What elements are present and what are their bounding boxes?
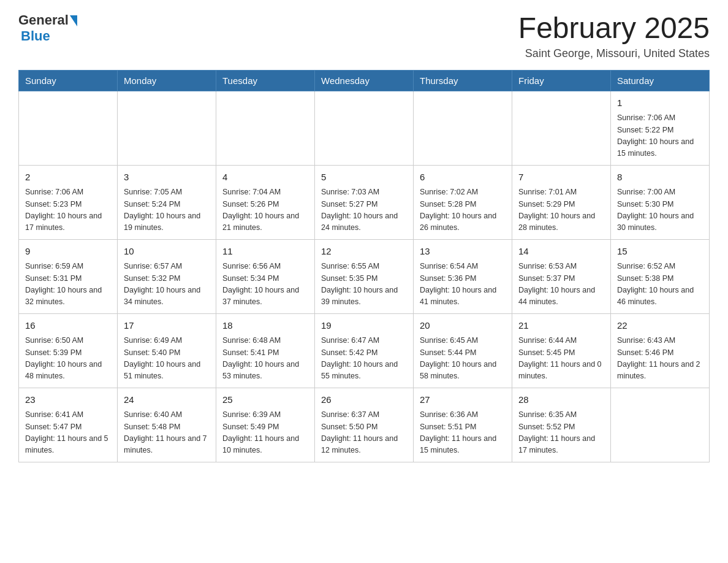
day-info: Sunrise: 7:04 AM Sunset: 5:26 PM Dayligh…: [222, 186, 308, 234]
calendar-cell: 11Sunrise: 6:56 AM Sunset: 5:34 PM Dayli…: [216, 239, 315, 313]
day-info: Sunrise: 7:06 AM Sunset: 5:23 PM Dayligh…: [25, 186, 111, 234]
calendar-cell: 10Sunrise: 6:57 AM Sunset: 5:32 PM Dayli…: [118, 239, 216, 313]
calendar-cell: 12Sunrise: 6:55 AM Sunset: 5:35 PM Dayli…: [315, 239, 414, 313]
day-info: Sunrise: 7:03 AM Sunset: 5:27 PM Dayligh…: [321, 186, 407, 234]
calendar-cell: 18Sunrise: 6:48 AM Sunset: 5:41 PM Dayli…: [216, 313, 315, 388]
calendar-cell: 19Sunrise: 6:47 AM Sunset: 5:42 PM Dayli…: [315, 313, 414, 388]
calendar-cell: [216, 91, 315, 165]
logo-triangle-icon: [70, 15, 77, 26]
day-info: Sunrise: 7:00 AM Sunset: 5:30 PM Dayligh…: [617, 186, 703, 234]
calendar-cell: 15Sunrise: 6:52 AM Sunset: 5:38 PM Dayli…: [611, 239, 710, 313]
day-info: Sunrise: 6:45 AM Sunset: 5:44 PM Dayligh…: [420, 335, 506, 383]
weekday-header-wednesday: Wednesday: [315, 70, 414, 91]
calendar-cell: 28Sunrise: 6:35 AM Sunset: 5:52 PM Dayli…: [512, 388, 611, 462]
calendar-cell: 6Sunrise: 7:02 AM Sunset: 5:28 PM Daylig…: [414, 165, 512, 239]
day-info: Sunrise: 6:52 AM Sunset: 5:38 PM Dayligh…: [617, 261, 703, 308]
weekday-header-monday: Monday: [118, 70, 216, 91]
calendar-cell: 24Sunrise: 6:40 AM Sunset: 5:48 PM Dayli…: [118, 388, 216, 462]
weekday-header-tuesday: Tuesday: [216, 70, 315, 91]
calendar-cell: 14Sunrise: 6:53 AM Sunset: 5:37 PM Dayli…: [512, 239, 611, 313]
calendar-cell: 17Sunrise: 6:49 AM Sunset: 5:40 PM Dayli…: [118, 313, 216, 388]
calendar-cell: 23Sunrise: 6:41 AM Sunset: 5:47 PM Dayli…: [19, 388, 118, 462]
day-number: 21: [518, 319, 604, 333]
calendar-cell: 27Sunrise: 6:36 AM Sunset: 5:51 PM Dayli…: [414, 388, 512, 462]
calendar-table: SundayMondayTuesdayWednesdayThursdayFrid…: [18, 70, 710, 462]
day-info: Sunrise: 6:49 AM Sunset: 5:40 PM Dayligh…: [124, 335, 210, 383]
day-info: Sunrise: 6:56 AM Sunset: 5:34 PM Dayligh…: [222, 261, 308, 308]
day-number: 5: [321, 170, 407, 185]
day-number: 4: [222, 170, 308, 185]
day-number: 13: [420, 245, 506, 259]
day-info: Sunrise: 6:43 AM Sunset: 5:46 PM Dayligh…: [617, 335, 703, 383]
weekday-header-saturday: Saturday: [611, 70, 710, 91]
day-info: Sunrise: 7:01 AM Sunset: 5:29 PM Dayligh…: [518, 186, 604, 234]
day-info: Sunrise: 7:06 AM Sunset: 5:22 PM Dayligh…: [617, 112, 703, 160]
day-info: Sunrise: 6:50 AM Sunset: 5:39 PM Dayligh…: [25, 335, 111, 383]
logo: General Blue: [18, 12, 77, 44]
day-number: 17: [124, 319, 210, 333]
day-number: 25: [222, 393, 308, 407]
day-info: Sunrise: 6:54 AM Sunset: 5:36 PM Dayligh…: [420, 261, 506, 308]
calendar-cell: 7Sunrise: 7:01 AM Sunset: 5:29 PM Daylig…: [512, 165, 611, 239]
day-number: 3: [124, 170, 210, 185]
week-row-1: 2Sunrise: 7:06 AM Sunset: 5:23 PM Daylig…: [19, 165, 710, 239]
weekday-header-friday: Friday: [512, 70, 611, 91]
calendar-cell: 4Sunrise: 7:04 AM Sunset: 5:26 PM Daylig…: [216, 165, 315, 239]
day-number: 8: [617, 170, 703, 185]
title-area: February 2025 Saint George, Missouri, Un…: [518, 12, 710, 60]
day-number: 18: [222, 319, 308, 333]
day-number: 12: [321, 245, 407, 259]
calendar-cell: 20Sunrise: 6:45 AM Sunset: 5:44 PM Dayli…: [414, 313, 512, 388]
calendar-cell: 8Sunrise: 7:00 AM Sunset: 5:30 PM Daylig…: [611, 165, 710, 239]
week-row-4: 23Sunrise: 6:41 AM Sunset: 5:47 PM Dayli…: [19, 388, 710, 462]
calendar-cell: [611, 388, 710, 462]
day-info: Sunrise: 6:35 AM Sunset: 5:52 PM Dayligh…: [518, 409, 604, 457]
day-number: 22: [617, 319, 703, 333]
week-row-2: 9Sunrise: 6:59 AM Sunset: 5:31 PM Daylig…: [19, 239, 710, 313]
week-row-3: 16Sunrise: 6:50 AM Sunset: 5:39 PM Dayli…: [19, 313, 710, 388]
calendar-cell: 21Sunrise: 6:44 AM Sunset: 5:45 PM Dayli…: [512, 313, 611, 388]
weekday-header-thursday: Thursday: [414, 70, 512, 91]
calendar-cell: [118, 91, 216, 165]
day-info: Sunrise: 6:48 AM Sunset: 5:41 PM Dayligh…: [222, 335, 308, 383]
day-info: Sunrise: 6:57 AM Sunset: 5:32 PM Dayligh…: [124, 261, 210, 308]
calendar-cell: 2Sunrise: 7:06 AM Sunset: 5:23 PM Daylig…: [19, 165, 118, 239]
calendar-cell: [414, 91, 512, 165]
day-info: Sunrise: 6:59 AM Sunset: 5:31 PM Dayligh…: [25, 261, 111, 308]
calendar-cell: [512, 91, 611, 165]
day-number: 10: [124, 245, 210, 259]
day-number: 7: [518, 170, 604, 185]
calendar-cell: 13Sunrise: 6:54 AM Sunset: 5:36 PM Dayli…: [414, 239, 512, 313]
calendar-cell: [315, 91, 414, 165]
day-info: Sunrise: 6:53 AM Sunset: 5:37 PM Dayligh…: [518, 261, 604, 308]
calendar-cell: 5Sunrise: 7:03 AM Sunset: 5:27 PM Daylig…: [315, 165, 414, 239]
calendar-cell: 16Sunrise: 6:50 AM Sunset: 5:39 PM Dayli…: [19, 313, 118, 388]
day-info: Sunrise: 6:44 AM Sunset: 5:45 PM Dayligh…: [518, 335, 604, 383]
calendar-cell: 9Sunrise: 6:59 AM Sunset: 5:31 PM Daylig…: [19, 239, 118, 313]
calendar-cell: 22Sunrise: 6:43 AM Sunset: 5:46 PM Dayli…: [611, 313, 710, 388]
day-info: Sunrise: 6:41 AM Sunset: 5:47 PM Dayligh…: [25, 409, 111, 457]
calendar-cell: 26Sunrise: 6:37 AM Sunset: 5:50 PM Dayli…: [315, 388, 414, 462]
day-number: 9: [25, 245, 111, 259]
calendar-cell: 1Sunrise: 7:06 AM Sunset: 5:22 PM Daylig…: [611, 91, 710, 165]
location-text: Saint George, Missouri, United States: [518, 47, 710, 60]
day-info: Sunrise: 6:39 AM Sunset: 5:49 PM Dayligh…: [222, 409, 308, 457]
day-number: 1: [617, 96, 703, 110]
day-number: 15: [617, 245, 703, 259]
day-number: 26: [321, 393, 407, 407]
weekday-header-sunday: Sunday: [19, 70, 118, 91]
day-number: 19: [321, 319, 407, 333]
logo-general-text: General: [18, 12, 69, 28]
calendar-cell: [19, 91, 118, 165]
day-number: 16: [25, 319, 111, 333]
day-number: 6: [420, 170, 506, 185]
page-header: General Blue February 2025 Saint George,…: [18, 12, 710, 60]
day-info: Sunrise: 7:05 AM Sunset: 5:24 PM Dayligh…: [124, 186, 210, 234]
day-info: Sunrise: 6:47 AM Sunset: 5:42 PM Dayligh…: [321, 335, 407, 383]
month-title: February 2025: [518, 12, 710, 45]
day-number: 2: [25, 170, 111, 185]
day-number: 28: [518, 393, 604, 407]
day-number: 23: [25, 393, 111, 407]
day-info: Sunrise: 7:02 AM Sunset: 5:28 PM Dayligh…: [420, 186, 506, 234]
day-info: Sunrise: 6:40 AM Sunset: 5:48 PM Dayligh…: [124, 409, 210, 457]
